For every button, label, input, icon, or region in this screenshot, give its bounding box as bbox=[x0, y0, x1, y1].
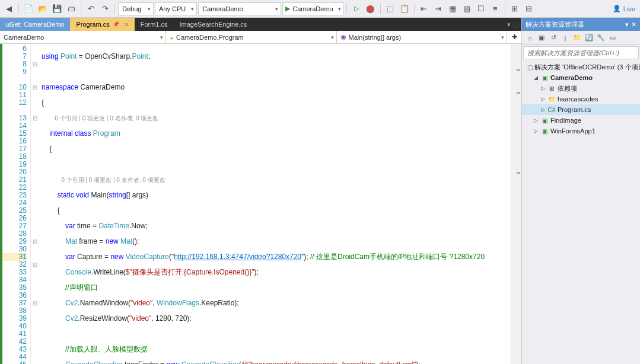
live-share-button[interactable]: 👤Live bbox=[613, 5, 638, 12]
nav-scope-dropdown[interactable]: CameraDemo bbox=[0, 31, 166, 43]
solution-search-input[interactable] bbox=[524, 47, 638, 59]
config-label: Debug bbox=[122, 5, 141, 12]
tree-dependencies[interactable]: ▷⊞依赖项 bbox=[522, 83, 640, 94]
save-all-icon[interactable]: 🗃 bbox=[65, 2, 78, 15]
start-debug-button[interactable]: ▶CameraDemo bbox=[282, 2, 343, 15]
platform-dropdown[interactable]: Any CPU bbox=[155, 2, 197, 15]
sync-icon[interactable]: ↺ bbox=[548, 33, 559, 43]
show-all-icon[interactable]: 📁 bbox=[572, 33, 582, 43]
tree-project-camerademo[interactable]: ◢▣CameraDemo bbox=[522, 72, 640, 83]
bookmark-icon[interactable]: ☐ bbox=[475, 2, 488, 15]
live-share-label: Live bbox=[623, 5, 635, 12]
live-share-icon: 👤 bbox=[613, 5, 621, 12]
indent-more-icon[interactable]: ⇥ bbox=[432, 2, 445, 15]
nav-add-button[interactable]: ✚ bbox=[507, 31, 521, 43]
startup-project-dropdown[interactable]: CameraDemo bbox=[198, 2, 281, 15]
undo-icon[interactable]: ↶ bbox=[84, 2, 97, 15]
uncomment-icon[interactable]: ▧ bbox=[460, 2, 473, 15]
tree-file-program[interactable]: ▷C#Program.cs bbox=[522, 104, 640, 115]
start-nodebug-icon[interactable]: ▷ bbox=[350, 2, 363, 15]
tree-project-winformsapp1[interactable]: ▷▣WinFormsApp1 bbox=[522, 126, 640, 136]
comment-icon[interactable]: ▦ bbox=[446, 2, 459, 15]
preview-icon[interactable]: ▭ bbox=[607, 33, 618, 43]
nav-class-dropdown[interactable]: ⬥CameraDemo.Program bbox=[166, 31, 337, 43]
solution-search[interactable] bbox=[523, 46, 639, 59]
redo-icon[interactable]: ↷ bbox=[98, 2, 112, 15]
document-tabs: uGet: CameraDemo Program.cs📌✕ Form1.cs I… bbox=[0, 18, 521, 31]
close-icon[interactable]: ✕ bbox=[124, 21, 129, 28]
save-icon[interactable]: 💾 bbox=[50, 2, 63, 15]
solution-tree: ⬚解决方案 'OfflineOCRDemo' (3 个项目, ◢▣CameraD… bbox=[522, 60, 640, 364]
nav-method-dropdown[interactable]: ◉Main(string[] args) bbox=[337, 31, 508, 43]
refresh-icon[interactable]: 🔄 bbox=[584, 33, 594, 43]
indent-less-icon[interactable]: ⇤ bbox=[418, 2, 431, 15]
properties-icon[interactable]: 🔧 bbox=[596, 33, 606, 43]
format-icon[interactable]: ≡ bbox=[489, 2, 502, 15]
solution-explorer-panel: 解决方案资源管理器 ▾ ✕ ⌂ ▣ ↺ | 📁 🔄 🔧 ▭ ⬚解决方案 'Off… bbox=[521, 18, 640, 364]
nav-class-label: CameraDemo.Program bbox=[176, 34, 244, 41]
method-icon: ◉ bbox=[340, 33, 346, 41]
step-icon[interactable]: ⬚ bbox=[384, 2, 397, 15]
main-toolbar: ◀ 📄 📂 💾 🗃 ↶ ↷ Debug Any CPU CameraDemo ▶… bbox=[0, 0, 640, 18]
tab-overflow-icon[interactable]: ▾ bbox=[507, 21, 511, 28]
new-item-icon[interactable]: 📄 bbox=[22, 2, 35, 15]
nav-scope-label: CameraDemo bbox=[4, 34, 44, 41]
tab-form1[interactable]: Form1.cs bbox=[135, 18, 174, 31]
tree-project-findimage[interactable]: ▷▣FindImage bbox=[522, 115, 640, 126]
extra1-icon[interactable]: ⊞ bbox=[508, 2, 521, 15]
code-editor[interactable]: 6789 101112 1314151617181920212223242526… bbox=[0, 44, 521, 364]
play-icon: ▶ bbox=[285, 5, 290, 12]
solution-explorer-header: 解决方案资源管理器 ▾ ✕ bbox=[522, 18, 640, 31]
config-dropdown[interactable]: Debug bbox=[118, 2, 154, 15]
extra2-icon[interactable]: ⊟ bbox=[523, 2, 536, 15]
panel-menu-icon[interactable]: ▾ bbox=[625, 21, 629, 28]
startup-project-label: CameraDemo bbox=[202, 5, 243, 12]
solution-explorer-title: 解决方案资源管理器 bbox=[526, 20, 584, 29]
line-gutter: 6789 101112 1314151617181920212223242526… bbox=[2, 44, 31, 364]
nav-back-icon[interactable]: ◀ bbox=[2, 2, 15, 15]
overview-ruler[interactable] bbox=[511, 44, 521, 364]
open-icon[interactable]: 📂 bbox=[36, 2, 49, 15]
class-icon: ⬥ bbox=[170, 34, 174, 41]
code-navbar: CameraDemo ⬥CameraDemo.Program ◉Main(str… bbox=[0, 31, 521, 44]
platform-label: Any CPU bbox=[159, 5, 186, 12]
tab-imagesearch[interactable]: ImageSearchEngine.cs bbox=[174, 18, 253, 31]
nav-method-label: Main(string[] args) bbox=[349, 34, 402, 41]
solution-toolbar: ⌂ ▣ ↺ | 📁 🔄 🔧 ▭ bbox=[522, 31, 640, 45]
pin-icon[interactable]: 📌 bbox=[113, 21, 119, 27]
collapse-icon[interactable]: ▣ bbox=[536, 33, 547, 43]
home-icon[interactable]: ⌂ bbox=[524, 33, 535, 43]
fold-column[interactable]: ⊟ ⊟ ⊟ ⊟ ⊟ ⊟ bbox=[31, 44, 39, 364]
panel-close-icon[interactable]: ✕ bbox=[631, 21, 636, 28]
tab-nuget[interactable]: uGet: CameraDemo bbox=[0, 18, 70, 31]
hot-reload-icon[interactable]: ⬤ bbox=[364, 2, 377, 15]
code-content[interactable]: using Point = OpenCvSharp.Point; namespa… bbox=[39, 44, 511, 364]
find-files-icon[interactable]: 📋 bbox=[398, 2, 411, 15]
tree-solution[interactable]: ⬚解决方案 'OfflineOCRDemo' (3 个项目, bbox=[522, 62, 640, 72]
tab-fullscreen-icon[interactable]: ⬚ bbox=[513, 21, 519, 28]
tab-program[interactable]: Program.cs📌✕ bbox=[70, 18, 134, 31]
start-label: CameraDemo bbox=[292, 5, 333, 12]
tree-folder-haarcascades[interactable]: ▷📁haarcascades bbox=[522, 94, 640, 104]
